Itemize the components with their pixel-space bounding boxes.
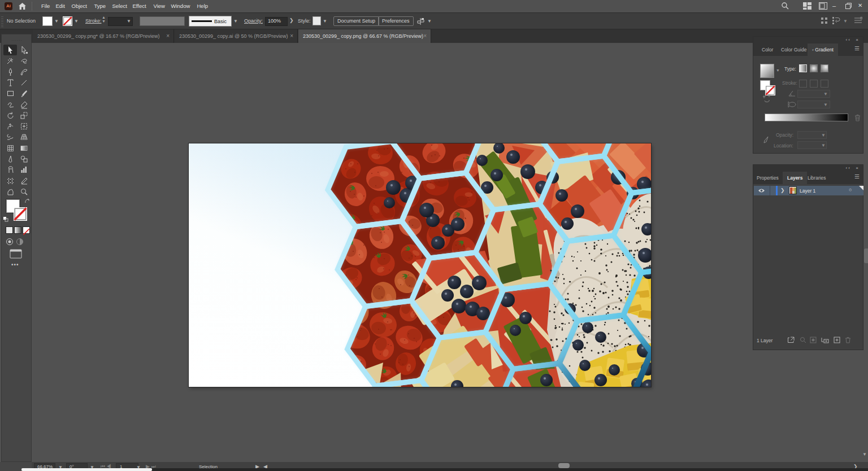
svg-text:Basic: Basic xyxy=(214,19,227,24)
